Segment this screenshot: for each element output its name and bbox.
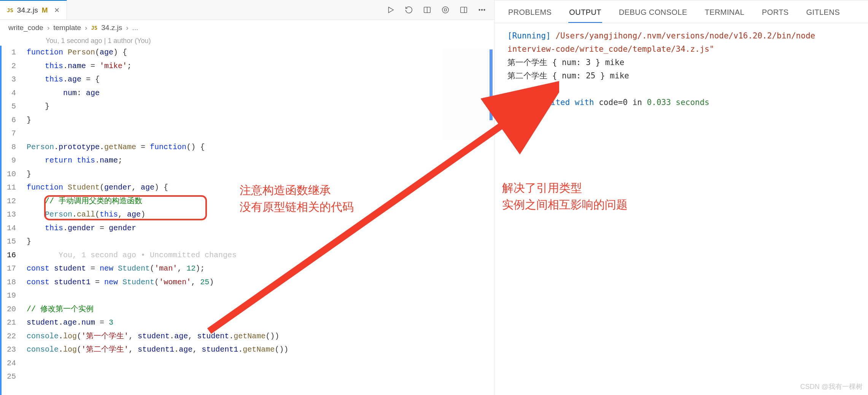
- output-cmd: /Users/yangjihong/.nvm/versions/node/v16…: [555, 31, 815, 40]
- tab-spacer: [67, 0, 378, 19]
- output-running-tag: [Running]: [507, 31, 551, 40]
- code-editor[interactable]: 1function Person(age) { 2 this.name = 'm…: [0, 46, 494, 395]
- js-file-icon: JS: [7, 7, 13, 13]
- layout-icon[interactable]: [459, 5, 468, 14]
- watermark: CSDN @我有一棵树: [800, 382, 863, 391]
- svg-rect-5: [461, 7, 467, 13]
- bc-part2[interactable]: template: [53, 24, 81, 32]
- svg-point-3: [442, 6, 449, 13]
- code-line-current: 16 You, 1 second ago • Uncommitted chang…: [3, 248, 288, 262]
- chevron-right-icon: ›: [47, 24, 49, 32]
- output-done-code: code=0: [599, 98, 628, 107]
- tab-filename: 34.z.js: [17, 6, 38, 14]
- bc-ellipsis[interactable]: ...: [132, 24, 138, 32]
- file-tab[interactable]: JS 34.z.js M ✕: [0, 0, 67, 19]
- code-line: 14 this.gender = gender: [3, 221, 288, 235]
- js-file-icon: JS: [91, 25, 97, 31]
- code-line: 20// 修改第一个实例: [3, 303, 288, 316]
- tab-terminal[interactable]: TERMINAL: [704, 6, 745, 23]
- svg-point-9: [484, 9, 485, 10]
- minimap[interactable]: [443, 49, 493, 140]
- code-line: 21student.age.num = 3: [3, 316, 288, 330]
- tab-ports[interactable]: PORTS: [761, 6, 790, 23]
- split-icon[interactable]: [423, 5, 432, 14]
- tab-debug-console[interactable]: DEBUG CONSOLE: [618, 6, 688, 23]
- stop-icon[interactable]: [441, 5, 450, 14]
- code-line: 13 Person.call(this, age): [3, 208, 288, 221]
- output-line1: 第一个学生 { num: 3 } mike: [507, 58, 624, 67]
- code-line: 23console.log('第二个学生', student1.age, stu…: [3, 343, 288, 357]
- output-line2: 第二个学生 { num: 25 } mike: [507, 71, 629, 80]
- output-done-in: in: [628, 98, 647, 107]
- code-line: 19: [3, 289, 288, 303]
- code-line: 8Person.prototype.getName = function() {: [3, 140, 288, 154]
- code-line: 24: [3, 357, 288, 370]
- svg-marker-0: [389, 7, 394, 13]
- code-line: 1function Person(age) {: [3, 46, 288, 59]
- output-body[interactable]: [Running] /Users/yangjihong/.nvm/version…: [494, 23, 868, 395]
- code-line: 9 return this.name;: [3, 154, 288, 167]
- minimap-viewport[interactable]: [490, 49, 493, 120]
- code-line: 17const student = new Student('man', 12)…: [3, 262, 288, 276]
- bc-part1[interactable]: write_code: [8, 24, 43, 32]
- chevron-right-icon: ›: [85, 24, 87, 32]
- svg-point-7: [479, 9, 480, 10]
- code-line: 22console.log('第一个学生', student.age, stud…: [3, 330, 288, 343]
- breadcrumb[interactable]: write_code › template › JS 34.z.js › ...: [0, 20, 494, 36]
- run-icon[interactable]: [386, 5, 395, 14]
- tab-problems[interactable]: PROBLEMS: [507, 6, 552, 23]
- editor-pane: JS 34.z.js M ✕ write_code › template › J…: [0, 0, 494, 395]
- rerun-icon[interactable]: [404, 5, 413, 14]
- gutter-highlight: [0, 46, 2, 395]
- tab-dirty-status: M: [42, 6, 48, 14]
- code-line: 4 num: age: [3, 86, 288, 100]
- svg-rect-4: [444, 9, 447, 11]
- code-table: 1function Person(age) { 2 this.name = 'm…: [3, 46, 288, 384]
- code-line: 15}: [3, 235, 288, 248]
- code-line: 5 }: [3, 100, 288, 113]
- output-done-time: 0.033 seconds: [647, 98, 709, 107]
- tab-gitlens[interactable]: GITLENS: [806, 6, 841, 23]
- output-done-pre: [Done] exited with: [507, 98, 599, 107]
- tab-output[interactable]: OUTPUT: [568, 6, 602, 23]
- panel-tabs: PROBLEMS OUTPUT DEBUG CONSOLE TERMINAL P…: [494, 0, 868, 23]
- editor-toolbar: [378, 0, 494, 19]
- code-line: 3 this.age = {: [3, 73, 288, 86]
- app-root: JS 34.z.js M ✕ write_code › template › J…: [0, 0, 868, 395]
- code-line: 18const student1 = new Student('women', …: [3, 276, 288, 289]
- code-line: 25: [3, 370, 288, 384]
- bc-part3[interactable]: 34.z.js: [101, 24, 122, 32]
- output-pane: PROBLEMS OUTPUT DEBUG CONSOLE TERMINAL P…: [494, 0, 868, 395]
- code-line: 2 this.name = 'mike';: [3, 59, 288, 73]
- code-line: 10}: [3, 167, 288, 181]
- svg-point-8: [482, 9, 483, 10]
- chevron-right-icon: ›: [126, 24, 128, 32]
- gitlens-blame: You, 1 second ago | 1 author (You): [0, 36, 494, 46]
- more-icon[interactable]: [477, 5, 486, 14]
- code-line: 6}: [3, 113, 288, 127]
- close-icon[interactable]: ✕: [54, 6, 60, 14]
- code-line: 7: [3, 127, 288, 140]
- output-path2: interview-code/write_code/template/34.z.…: [507, 45, 714, 54]
- tab-row: JS 34.z.js M ✕: [0, 0, 494, 20]
- code-line: 11function Student(gender, age) {: [3, 181, 288, 194]
- code-line: 12 // 手动调用父类的构造函数: [3, 194, 288, 208]
